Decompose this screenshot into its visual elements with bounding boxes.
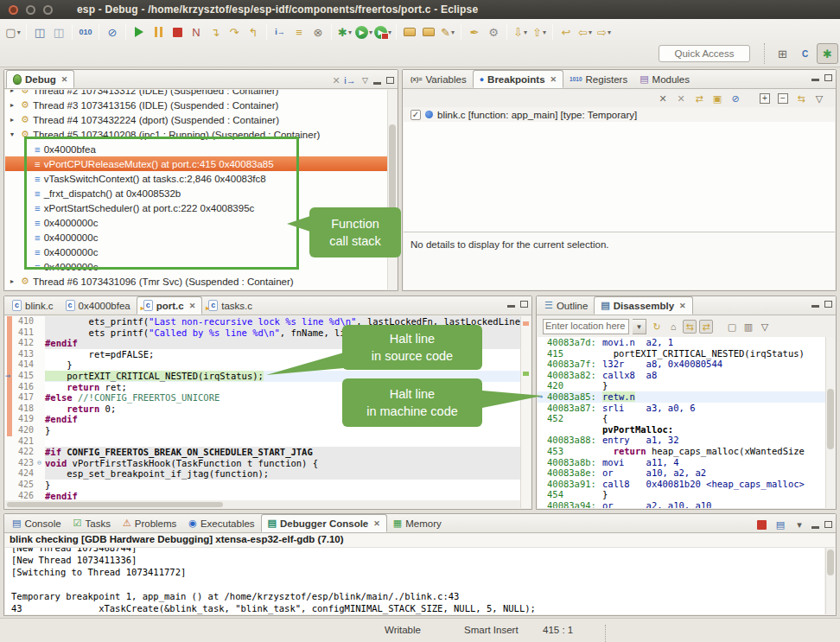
dropdown-arrow-icon[interactable]: ▾ [524,29,527,36]
quick-access-box[interactable]: Quick Access [659,45,750,62]
thread-row[interactable]: ▸⚙Thread #3 1073413156 (IDLE) (Suspended… [5,98,387,112]
new-wizard-button[interactable]: ▢▾ [4,22,22,41]
console-tab-debugger-console[interactable]: ▤Debugger Console✕ [261,514,387,532]
dropdown-arrow-icon[interactable]: ▾ [608,29,611,36]
dropdown-arrow-icon[interactable]: ▾ [17,29,21,36]
terminate-button[interactable] [754,518,768,531]
skip-all-breakpoints-button[interactable]: ⊘ [104,22,121,41]
remove-breakpoint-button[interactable]: ✕ [656,92,670,105]
step-return-button[interactable]: ↰ [245,22,262,41]
sync-with-debug-context-button[interactable]: ⇆ [683,320,697,334]
open-resource-button[interactable] [420,22,437,41]
tab-modules[interactable]: ▤Modules [633,70,696,88]
cpp-perspective-button[interactable]: C [794,43,816,64]
maximize-icon[interactable] [824,74,832,81]
external-tools-button[interactable]: ▶▾ [374,22,391,41]
view-menu-button[interactable]: ▽ [812,92,826,105]
tab-debug[interactable]: Debug✕ [6,70,74,88]
run-button[interactable]: ▶▾ [355,22,372,41]
fold-marker-icon[interactable]: ⊖ [37,458,45,469]
view-menu-button[interactable]: ▽ [758,320,772,334]
breakpoint-item[interactable]: ✓ blink.c [function: app_main] [type: Te… [404,107,835,122]
close-icon[interactable]: ✕ [189,302,196,310]
collapse-all-button[interactable]: − [776,92,790,105]
editor-tab-tasks-c[interactable]: c▸tasks.c [202,296,258,315]
minimize-icon[interactable] [507,305,515,308]
maximize-icon[interactable] [386,77,394,84]
mark-occurrences-button[interactable]: ✒ [466,22,483,41]
maximize-icon[interactable] [824,301,832,308]
new-disassembly-view-button[interactable]: ▢ [725,320,739,334]
open-element-button[interactable] [401,22,418,41]
go-to-file-for-breakpoint-button[interactable]: ▣ [710,92,724,105]
expand-arrow-icon[interactable]: ▸ [10,277,21,285]
open-new-view-button[interactable]: ▥ [741,320,755,334]
close-icon[interactable]: ✕ [550,75,557,84]
tab-registers[interactable]: 1010Registers [563,70,633,88]
instruction-stepping-button[interactable]: i→ [271,22,289,41]
thread-row[interactable]: ▾⚙Thread #5 1073410208 (ipc1 : Running) … [5,127,387,142]
track-expression-button[interactable]: ⇄ [699,320,713,334]
step-into-button[interactable]: ↴ [207,22,224,41]
console-menu-button[interactable]: ▾ [792,518,806,531]
stack-frame-row[interactable]: ≡vPortCPUReleaseMutex() at port.c:415 0x… [5,156,387,171]
search-button[interactable]: ✎▾ [439,22,456,41]
show-breakpoint-types-button[interactable]: ⇄ [692,92,706,105]
dropdown-arrow-icon[interactable]: ▾ [589,29,592,36]
disconnect-button[interactable]: N [188,22,205,41]
overview-ruler[interactable] [520,316,531,508]
horizontal-scrollbar[interactable] [5,501,519,508]
disassembly-area[interactable]: 40083a7d:movi.n a2, 1415 portEXIT_CRITIC… [538,337,825,508]
dropdown-arrow-icon[interactable]: ▾ [369,29,372,36]
forward-button[interactable]: ⇨▾ [595,22,613,41]
expand-arrow-icon[interactable]: ▸ [10,116,21,124]
debug-perspective-button[interactable]: ✱ [817,43,838,64]
debug-scrollbar[interactable] [387,90,397,289]
display-selected-console-button[interactable]: ▤ [773,518,787,531]
open-perspective-button[interactable]: ⊞ [772,43,793,64]
link-with-debug-view-button[interactable]: ⇆ [794,92,808,105]
stack-frame-row[interactable]: ≡0x4000bfea [5,142,387,156]
step-over-button[interactable]: ↷ [226,22,243,41]
minimize-icon[interactable] [811,79,819,81]
console-tab-memory[interactable]: ▦Memory [387,514,448,532]
window-minimize-button[interactable] [26,5,35,15]
home-button[interactable]: ⌂ [666,320,680,334]
dropdown-arrow-icon[interactable]: ▾ [348,29,352,36]
stack-frame-row[interactable]: ≡0x4000000c [5,259,387,274]
close-icon[interactable]: ✕ [679,302,686,310]
instruction-stepping-mode-button[interactable]: i→ [343,73,357,87]
remove-all-terminated-button[interactable]: ✕ [329,74,343,88]
console-tab-problems[interactable]: ⚠Problems [117,514,182,532]
stack-frame-row[interactable]: ≡vTaskSwitchContext() at tasks.c:2,846 0… [5,171,387,186]
tab-breakpoints[interactable]: ●Breakpoints✕ [473,70,563,88]
maximize-icon[interactable] [520,301,528,308]
save-button[interactable]: ◫ [31,22,48,41]
maximize-icon[interactable] [824,521,832,528]
minimize-icon[interactable] [373,82,381,85]
last-edit-location-button[interactable]: ↩ [557,22,575,41]
console-tab-executables[interactable]: ◉Executables [182,514,260,532]
use-step-filters-button[interactable]: ⊗ [309,22,327,41]
suspend-button[interactable] [150,22,167,41]
tab-outline[interactable]: ☰Outline [538,296,594,315]
console-output[interactable]: [New Thread 1073468744][New Thread 10734… [5,548,824,614]
expand-arrow-icon[interactable]: ▸ [10,90,21,94]
collapse-arrow-icon[interactable]: ▾ [10,130,21,138]
debug-button[interactable]: ✱▾ [336,22,353,41]
back-button[interactable]: ⇦▾ [576,22,594,41]
resume-button[interactable] [130,22,148,41]
view-menu-icon[interactable]: ▽ [362,76,368,85]
tab-variables[interactable]: (x)=Variables [404,70,473,88]
editor-tab-blink-c[interactable]: cblink.c [6,296,60,315]
next-annotation-button[interactable]: ⇩▾ [512,22,529,41]
minimize-icon[interactable] [811,526,819,529]
save-all-button[interactable]: ◫ [50,22,67,41]
terminate-button[interactable] [169,22,186,41]
expand-arrow-icon[interactable]: ▸ [10,101,21,109]
editor-tab-port-c[interactable]: c▸port.c✕ [137,296,203,315]
disassembly-scrollbar[interactable] [825,337,835,508]
skip-all-breakpoints-button[interactable]: ⊘ [729,92,742,105]
editor-tab-0x4000bfea[interactable]: c0x4000bfea [60,296,137,315]
close-icon[interactable]: ✕ [61,75,68,84]
